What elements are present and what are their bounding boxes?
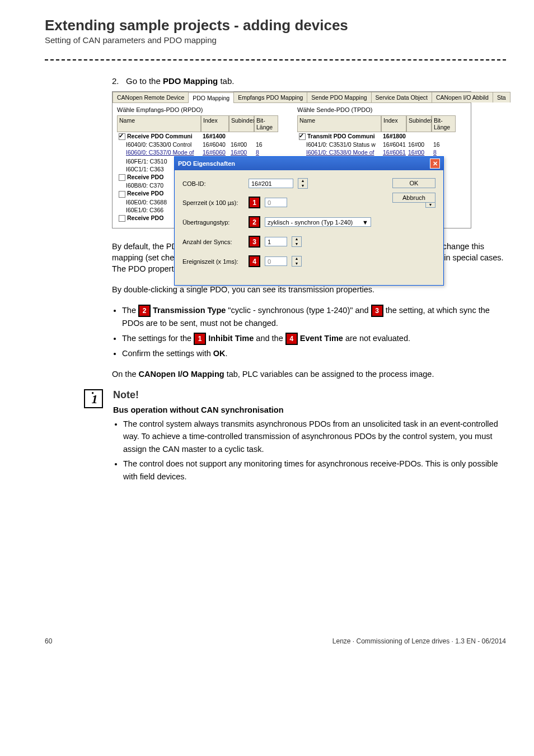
cell: Transmit PDO Communi	[307, 133, 375, 139]
spinner-icon[interactable]: ▲▼	[298, 178, 308, 189]
close-icon[interactable]: ✕	[430, 158, 440, 169]
rpdo-row-0[interactable]: Receive PDO Communi 16#1400	[117, 132, 286, 141]
col-index[interactable]: Index	[201, 115, 229, 132]
rpdo-grid-header: Name Index Subindex Bit-Länge	[117, 115, 286, 132]
cell: I6060/0: C3537/0 Mode of	[126, 149, 194, 156]
divider	[45, 59, 506, 60]
tpdo-grid-header: Name Index Subindex Bit-Länge	[297, 115, 466, 132]
tab-pdo-mapping[interactable]: PDO Mapping	[188, 92, 234, 103]
step-number: 2.	[112, 76, 119, 86]
event-time-label: Ereigniszeit (x 1ms):	[182, 258, 244, 265]
inhibit-time-label: Sperrzeit (x 100 µs):	[182, 199, 244, 206]
checkbox-icon[interactable]	[119, 215, 125, 222]
cell: I6061/0: C3538/0 Mode of	[306, 149, 374, 156]
list-item[interactable]: Receive PDO	[127, 174, 163, 180]
cell: 16#1800	[381, 132, 406, 141]
list-item[interactable]: Receive PDO	[127, 190, 163, 197]
tab-status[interactable]: Sta	[493, 92, 510, 102]
cell: 16#6060	[201, 148, 229, 156]
step-text-pre: Go to the	[126, 76, 163, 86]
step-text-bold: PDO Mapping	[163, 76, 218, 86]
col-subindex[interactable]: Subindex	[406, 115, 432, 132]
checkbox-icon[interactable]	[119, 191, 125, 198]
tpdo-caption: Wähle Sende-PDO (TPDO)	[297, 106, 466, 115]
col-bitlength[interactable]: Bit-Länge	[432, 115, 456, 132]
inhibit-time-input[interactable]: 0	[265, 198, 287, 207]
tpdo-row-0[interactable]: Transmit PDO Communi 16#1800	[297, 132, 466, 141]
cell	[432, 132, 456, 141]
rpdo-row-1[interactable]: I6040/0: C3530/0 Control 16#6040 16#00 1…	[117, 141, 286, 148]
badge-4-inline: 4	[285, 333, 298, 345]
cell: 16#00	[229, 148, 254, 156]
ok-button[interactable]: OK	[392, 178, 435, 188]
tab-sende-pdo[interactable]: Sende PDO Mapping	[307, 92, 371, 102]
cell: 16#6041	[381, 141, 406, 148]
note-subtitle: Bus operation without CAN synchronisatio…	[113, 405, 506, 414]
col-name[interactable]: Name	[297, 115, 381, 132]
badge-3: 3	[249, 236, 260, 248]
cell: 16#6040	[201, 141, 229, 148]
note-title: Note!	[113, 389, 506, 401]
cell: 16#00	[406, 148, 432, 156]
transmission-type-select[interactable]: zyklisch - synchron (Typ 1-240)▼	[265, 217, 371, 227]
badge-1: 1	[249, 197, 260, 208]
tab-canopen-remote[interactable]: CANopen Remote Device	[113, 92, 189, 102]
footer-text: Lenze · Commissioning of Lenze drives · …	[332, 637, 506, 645]
bullet-2: The settings for the 1 Inhibit Time and …	[122, 332, 506, 345]
badge-1-inline: 1	[194, 333, 206, 345]
cell	[406, 132, 432, 141]
transmission-type-label: Übertragungstyp:	[182, 219, 244, 226]
cell: 8	[254, 148, 278, 156]
step-2: 2. Go to the PDO Mapping tab.	[112, 76, 506, 86]
badge-3-inline: 3	[371, 305, 383, 317]
screenshot-pdo-mapping: CANopen Remote Device PDO Mapping Empfan…	[112, 91, 471, 228]
list-item[interactable]: Receive PDO	[127, 214, 163, 221]
info-icon: 1	[84, 389, 103, 408]
event-time-input[interactable]: 0	[265, 256, 287, 266]
cell: 16#6061	[381, 148, 406, 156]
pdo-properties-dialog: PDO Eigenschaften ✕ OK Abbruch COB-ID: 1…	[174, 156, 444, 286]
page-title: Extending sample projects - adding devic…	[45, 17, 506, 34]
cob-id-label: COB-ID:	[182, 180, 244, 187]
rpdo-row-2[interactable]: I6060/0: C3537/0 Mode of 16#6060 16#00 8	[117, 148, 286, 156]
tab-service-data[interactable]: Service Data Object	[371, 92, 432, 102]
checkbox-icon[interactable]	[299, 133, 306, 140]
cell	[254, 132, 278, 141]
col-subindex[interactable]: Subindex	[229, 115, 254, 132]
cancel-button[interactable]: Abbruch	[392, 193, 435, 203]
badge-4: 4	[249, 255, 260, 267]
dialog-title: PDO Eigenschaften	[178, 160, 235, 167]
page-subtitle: Setting of CAN parameters and PDO mappin…	[45, 35, 506, 45]
tpdo-row-1[interactable]: I6041/0: C3531/0 Status w 16#6041 16#00 …	[297, 141, 466, 148]
col-index[interactable]: Index	[381, 115, 406, 132]
cell: 16#1400	[201, 132, 229, 141]
col-name[interactable]: Name	[117, 115, 201, 132]
paragraph-3: On the CANopen I/O Mapping tab, PLC vari…	[112, 368, 506, 380]
cell: I6041/0: C3531/0 Status w	[297, 141, 381, 148]
rpdo-caption: Wähle Empfangs-PDO (RPDO)	[117, 106, 286, 115]
chevron-down-icon: ▼	[362, 219, 368, 226]
cell: 16#00	[229, 141, 254, 148]
cob-id-input[interactable]: 16#201	[249, 179, 293, 188]
cell	[229, 132, 254, 141]
note-bullet-1: The control system always transmits asyn…	[123, 418, 506, 455]
sync-count-input[interactable]: 1	[265, 237, 287, 246]
page-number: 60	[45, 637, 52, 645]
spinner-icon[interactable]: ▲▼	[292, 256, 302, 267]
bullet-1: The 2 Transmission Type "cyclic - synchr…	[122, 304, 506, 330]
cell: I6040/0: C3530/0 Control	[117, 141, 201, 148]
badge-2: 2	[249, 216, 260, 228]
tpdo-row-2[interactable]: I6061/0: C3538/0 Mode of 16#6061 16#00 8	[297, 148, 466, 156]
sync-count-label: Anzahl der Syncs:	[182, 239, 244, 245]
cell: 16	[254, 141, 278, 148]
checkbox-icon[interactable]	[119, 174, 125, 181]
col-bitlength[interactable]: Bit-Länge	[254, 115, 278, 132]
step-text-post: tab.	[218, 76, 234, 86]
tab-empfangs-pdo[interactable]: Empfangs PDO Mapping	[233, 92, 307, 102]
spinner-icon[interactable]: ▲▼	[292, 236, 302, 247]
cell: 8	[432, 148, 456, 156]
checkbox-icon[interactable]	[119, 133, 125, 140]
cell: 16	[432, 141, 456, 148]
tab-canopen-io-abbild[interactable]: CANopen I/O Abbild	[432, 92, 493, 102]
bullet-3: Confirm the settings with OK.	[122, 347, 506, 360]
